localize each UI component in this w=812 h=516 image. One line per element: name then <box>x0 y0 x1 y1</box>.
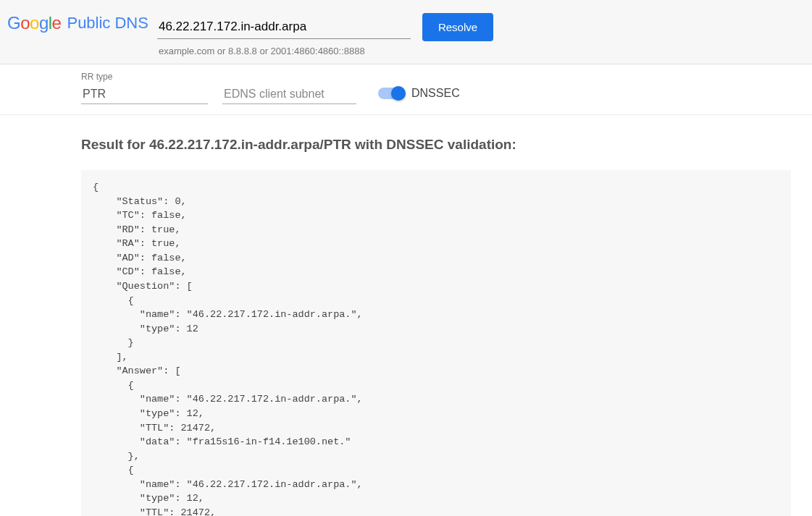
dnssec-toggle[interactable] <box>378 88 404 99</box>
rrtype-input[interactable] <box>81 83 208 104</box>
content: Result for 46.22.217.172.in-addr.arpa/PT… <box>81 137 805 516</box>
logo-area: Google Public DNS <box>7 13 148 33</box>
domain-hint: example.com or 8.8.8.8 or 2001:4860:4860… <box>157 46 493 56</box>
product-name: Public DNS <box>67 14 148 33</box>
topbar: Google Public DNS Resolve example.com or… <box>0 0 812 64</box>
edns-input[interactable] <box>222 83 356 104</box>
domain-input[interactable] <box>157 15 411 39</box>
resolve-button[interactable]: Resolve <box>422 13 493 41</box>
dnssec-label: DNSSEC <box>411 87 460 100</box>
options-bar: RR type DNSSEC <box>0 64 812 115</box>
rrtype-label: RR type <box>81 72 208 82</box>
result-heading: Result for 46.22.217.172.in-addr.arpa/PT… <box>81 137 791 153</box>
google-logo: Google <box>7 13 61 33</box>
result-json: { "Status": 0, "TC": false, "RD": true, … <box>81 170 791 516</box>
